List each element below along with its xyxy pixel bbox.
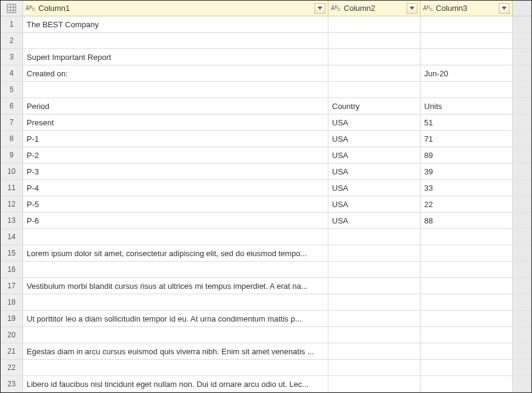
cell-column2[interactable] <box>328 82 421 98</box>
table-row[interactable]: 22 <box>1 360 531 376</box>
row-number[interactable]: 19 <box>1 311 23 327</box>
cell-column1[interactable]: Created on: <box>23 65 328 82</box>
cell-column3[interactable]: 89 <box>421 147 513 163</box>
row-number[interactable]: 2 <box>1 33 23 49</box>
cell-column3[interactable] <box>421 311 513 327</box>
cell-column2[interactable]: USA <box>328 163 421 180</box>
cell-column3[interactable] <box>421 294 513 311</box>
table-row[interactable]: 6PeriodCountryUnits <box>1 98 531 114</box>
table-row[interactable]: 18 <box>1 294 531 311</box>
cell-column2[interactable] <box>328 16 421 33</box>
cell-column3[interactable] <box>421 360 513 376</box>
table-row[interactable]: 1The BEST Company <box>1 16 531 33</box>
row-number[interactable]: 10 <box>1 163 23 180</box>
cell-column1[interactable]: Period <box>23 98 328 114</box>
cell-column1[interactable] <box>23 229 328 245</box>
table-row[interactable]: 10P-3USA39 <box>1 163 531 180</box>
table-row[interactable]: 23Libero id faucibus nisl tincidunt eget… <box>1 376 531 392</box>
cell-column1[interactable] <box>23 327 328 343</box>
cell-column2[interactable]: Country <box>328 98 421 114</box>
cell-column1[interactable]: P-2 <box>23 147 328 163</box>
column-header-column2[interactable]: ABC Column2 <box>328 1 421 16</box>
table-row[interactable]: 7PresentUSA51 <box>1 114 531 131</box>
cell-column2[interactable] <box>328 327 421 343</box>
filter-dropdown-button[interactable] <box>407 3 417 14</box>
table-row[interactable]: 9P-2USA89 <box>1 147 531 163</box>
row-number[interactable]: 20 <box>1 327 23 343</box>
table-row[interactable]: 17Vestibulum morbi blandit cursus risus … <box>1 278 531 294</box>
cell-column3[interactable] <box>421 229 513 245</box>
row-number[interactable]: 4 <box>1 65 23 82</box>
cell-column2[interactable] <box>328 245 421 262</box>
cell-column1[interactable]: P-1 <box>23 131 328 147</box>
cell-column3[interactable] <box>421 343 513 360</box>
table-row[interactable]: 5 <box>1 82 531 98</box>
cell-column3[interactable]: 22 <box>421 196 513 213</box>
cell-column1[interactable]: The BEST Company <box>23 16 328 33</box>
table-row[interactable]: 16 <box>1 262 531 278</box>
table-row[interactable]: 14 <box>1 229 531 245</box>
cell-column3[interactable]: 39 <box>421 163 513 180</box>
cell-column2[interactable] <box>328 262 421 278</box>
cell-column1[interactable] <box>23 82 328 98</box>
table-row[interactable]: 15Lorem ipsum dolor sit amet, consectetu… <box>1 245 531 262</box>
table-row[interactable]: 11P-4USA33 <box>1 180 531 196</box>
row-number[interactable]: 12 <box>1 196 23 213</box>
cell-column2[interactable] <box>328 294 421 311</box>
cell-column1[interactable]: P-5 <box>23 196 328 213</box>
row-number[interactable]: 16 <box>1 262 23 278</box>
row-number[interactable]: 3 <box>1 49 23 65</box>
row-number[interactable]: 6 <box>1 98 23 114</box>
cell-column1[interactable]: P-3 <box>23 163 328 180</box>
cell-column3[interactable] <box>421 49 513 65</box>
table-row[interactable]: 12P-5USA22 <box>1 196 531 213</box>
row-number[interactable]: 8 <box>1 131 23 147</box>
cell-column3[interactable]: 88 <box>421 213 513 229</box>
table-row[interactable]: 8P-1USA71 <box>1 131 531 147</box>
table-row[interactable]: 4Created on:Jun-20 <box>1 65 531 82</box>
table-row[interactable]: 19Ut porttitor leo a diam sollicitudin t… <box>1 311 531 327</box>
cell-column2[interactable] <box>328 278 421 294</box>
table-row[interactable]: 2 <box>1 33 531 49</box>
row-number[interactable]: 23 <box>1 376 23 392</box>
row-number[interactable]: 22 <box>1 360 23 376</box>
row-number[interactable]: 11 <box>1 180 23 196</box>
cell-column3[interactable]: 33 <box>421 180 513 196</box>
cell-column1[interactable]: Vestibulum morbi blandit cursus risus at… <box>23 278 328 294</box>
row-number[interactable]: 9 <box>1 147 23 163</box>
column-header-column3[interactable]: ABC Column3 <box>421 1 513 16</box>
cell-column1[interactable]: Present <box>23 114 328 131</box>
cell-column1[interactable]: P-4 <box>23 180 328 196</box>
table-row[interactable]: 20 <box>1 327 531 343</box>
cell-column1[interactable]: Egestas diam in arcu cursus euismod quis… <box>23 343 328 360</box>
cell-column3[interactable] <box>421 376 513 392</box>
cell-column2[interactable]: USA <box>328 196 421 213</box>
select-all-corner[interactable] <box>1 1 23 16</box>
row-number[interactable]: 13 <box>1 213 23 229</box>
cell-column2[interactable]: USA <box>328 147 421 163</box>
cell-column2[interactable] <box>328 311 421 327</box>
cell-column1[interactable] <box>23 360 328 376</box>
cell-column3[interactable] <box>421 262 513 278</box>
cell-column3[interactable]: 51 <box>421 114 513 131</box>
cell-column2[interactable]: USA <box>328 213 421 229</box>
table-row[interactable]: 3Supert Important Report <box>1 49 531 65</box>
cell-column3[interactable] <box>421 278 513 294</box>
cell-column3[interactable] <box>421 82 513 98</box>
cell-column2[interactable]: USA <box>328 114 421 131</box>
table-row[interactable]: 13P-6USA88 <box>1 213 531 229</box>
cell-column3[interactable] <box>421 16 513 33</box>
cell-column2[interactable] <box>328 343 421 360</box>
cell-column1[interactable]: Supert Important Report <box>23 49 328 65</box>
table-row[interactable]: 21Egestas diam in arcu cursus euismod qu… <box>1 343 531 360</box>
cell-column1[interactable]: Lorem ipsum dolor sit amet, consectetur … <box>23 245 328 262</box>
cell-column2[interactable]: USA <box>328 180 421 196</box>
row-number[interactable]: 7 <box>1 114 23 131</box>
cell-column3[interactable]: Units <box>421 98 513 114</box>
cell-column2[interactable] <box>328 376 421 392</box>
cell-column2[interactable] <box>328 229 421 245</box>
row-number[interactable]: 15 <box>1 245 23 262</box>
cell-column1[interactable]: Libero id faucibus nisl tincidunt eget n… <box>23 376 328 392</box>
filter-dropdown-button[interactable] <box>499 3 510 14</box>
filter-dropdown-button[interactable] <box>314 3 325 14</box>
